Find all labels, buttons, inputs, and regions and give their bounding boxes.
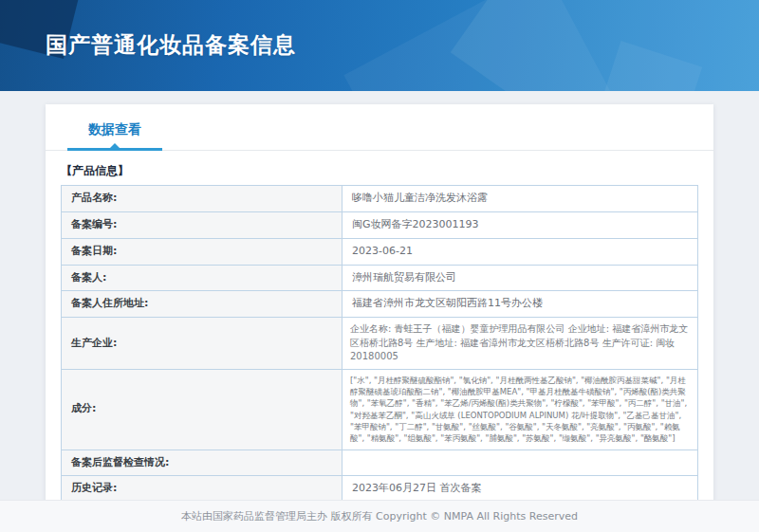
- field-value: [342, 449, 698, 476]
- field-label: 备案人:: [62, 265, 342, 291]
- tab-data-view[interactable]: 数据查看: [67, 121, 162, 150]
- field-value-ingredients: ["水", "月桂醇聚醚硫酸酯钠", "氯化钠", "月桂酰两性基乙酸钠", "…: [342, 369, 698, 449]
- field-value: 福建省漳州市龙文区朝阳西路11号办公楼: [342, 291, 698, 318]
- table-row: 产品名称: 哆噜小猫儿童洁净洗发沐浴露: [62, 186, 698, 212]
- page-header: 国产普通化妆品备案信息: [0, 0, 759, 91]
- tab-data-view-label: 数据查看: [88, 121, 141, 137]
- field-value: 企业名称: 青蛙王子（福建）婴童护理用品有限公司 企业地址: 福建省漳州市龙文区…: [342, 318, 698, 370]
- active-tab-pointer-icon: [110, 143, 120, 148]
- field-label: 成分:: [62, 369, 342, 449]
- table-row: 生产企业: 企业名称: 青蛙王子（福建）婴童护理用品有限公司 企业地址: 福建省…: [62, 318, 698, 370]
- table-row: 备案后监督检查情况:: [62, 449, 698, 476]
- page-title: 国产普通化妆品备案信息: [46, 30, 296, 60]
- copyright-text: 本站由国家药品监督管理局主办 版权所有 Copyright © NMPA All…: [181, 510, 578, 523]
- table-row: 成分: ["水", "月桂醇聚醚硫酸酯钠", "氯化钠", "月桂酰两性基乙酸钠…: [62, 369, 698, 449]
- field-label: 备案编号:: [62, 211, 342, 238]
- table-row: 备案日期: 2023-06-21: [62, 238, 698, 265]
- content-card: 数据查看 【产品信息】 产品名称: 哆噜小猫儿童洁净洗发沐浴露 备案编号: 闽G…: [46, 104, 713, 532]
- field-label: 备案后监督检查情况:: [62, 449, 342, 476]
- page-footer: 本站由国家药品监督管理局主办 版权所有 Copyright © NMPA All…: [0, 500, 759, 532]
- active-tab-underline: [67, 148, 162, 151]
- field-label: 备案日期:: [62, 238, 342, 265]
- table-row: 备案编号: 闽G妆网备字2023001193: [62, 211, 698, 238]
- field-value: 闽G妆网备字2023001193: [342, 211, 698, 238]
- field-label: 产品名称:: [62, 186, 342, 212]
- field-label: 历史记录:: [62, 476, 342, 503]
- field-value: 哆噜小猫儿童洁净洗发沐浴露: [342, 186, 698, 212]
- table-row: 备案人: 漳州瑞航贸易有限公司: [62, 265, 698, 291]
- tab-bar: 数据查看: [46, 104, 713, 151]
- field-label: 备案人住所地址:: [62, 291, 342, 318]
- field-value: 2023年06月27日 首次备案: [342, 476, 698, 503]
- field-label: 生产企业:: [62, 318, 342, 370]
- field-value: 漳州瑞航贸易有限公司: [342, 265, 698, 291]
- table-row: 备案人住所地址: 福建省漳州市龙文区朝阳西路11号办公楼: [62, 291, 698, 318]
- section-title-product-info: 【产品信息】: [61, 163, 698, 179]
- field-value: 2023-06-21: [342, 238, 698, 265]
- product-info-table: 产品名称: 哆噜小猫儿童洁净洗发沐浴露 备案编号: 闽G妆网备字20230011…: [61, 185, 698, 529]
- table-row: 历史记录: 2023年06月27日 首次备案: [62, 476, 698, 503]
